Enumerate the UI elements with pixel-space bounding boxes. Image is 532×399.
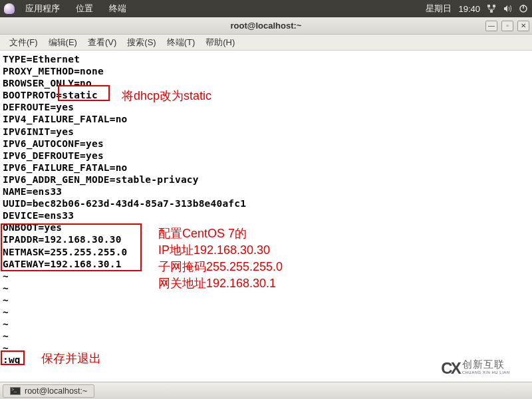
top-panel-left: 应用程序 位置 终端 (4, 3, 133, 15)
gnome-logo-icon (4, 3, 15, 14)
gnome-top-panel: 应用程序 位置 终端 星期日 19:40 (0, 0, 532, 17)
menu-terminal[interactable]: 终端(T) (162, 37, 201, 49)
watermark-logo-icon: CX (441, 359, 459, 378)
menu-view[interactable]: 查看(V) (82, 37, 122, 49)
taskbar-item-terminal[interactable]: root@localhost:~ (3, 384, 94, 398)
vim-tilde: ~ (3, 294, 529, 306)
bottom-taskbar: root@localhost:~ (0, 382, 532, 399)
taskbar-item-label: root@localhost:~ (25, 386, 87, 396)
menu-edit[interactable]: 编辑(E) (43, 37, 82, 49)
day-label: 星期日 (426, 3, 452, 15)
watermark-cn: 创新互联 (462, 360, 510, 368)
vim-tilde: ~ (3, 318, 529, 330)
clock-label: 19:40 (458, 4, 480, 14)
window-titlebar[interactable]: root@localhost:~ — ▫ ✕ (0, 17, 532, 35)
config-line: IPV6_ADDR_GEN_MODE=stable-privacy (3, 174, 529, 186)
config-line: IPV6_AUTOCONF=yes (3, 138, 529, 150)
window-title: root@localhost:~ (231, 21, 302, 31)
network-icon[interactable] (487, 4, 496, 13)
vim-tilde: ~ (3, 306, 529, 318)
annotation-box-wq (1, 350, 25, 365)
places-menu[interactable]: 位置 (69, 3, 100, 15)
config-line: UUID=bec82b06-623d-43d4-85a7-313b8e40afc… (3, 198, 529, 209)
config-line: TYPE=Ethernet (3, 53, 529, 65)
terminal-menu[interactable]: 终端 (102, 3, 133, 15)
annotation-text-network: 配置CentOS 7的 IP地址192.168.30.30 子网掩码255.25… (158, 225, 283, 292)
menu-help[interactable]: 帮助(H) (200, 37, 240, 49)
config-line: PROXY_METHOD=none (3, 65, 529, 77)
config-line: DEVICE=ens33 (3, 209, 529, 221)
svg-rect-0 (487, 5, 490, 7)
config-line: IPV6INIT=yes (3, 126, 529, 138)
config-line: DEFROUTE=yes (3, 101, 529, 113)
minimize-button[interactable]: — (485, 21, 497, 31)
terminal-icon (10, 387, 21, 395)
top-panel-right: 星期日 19:40 (426, 3, 528, 15)
config-line: IPV6_FAILURE_FATAL=no (3, 162, 529, 174)
annotation-text-wq: 保存并退出 (41, 350, 101, 367)
maximize-button[interactable]: ▫ (501, 21, 513, 31)
vim-tilde: ~ (3, 330, 529, 342)
config-line: IPV6_DEFROUTE=yes (3, 150, 529, 162)
watermark-py: CHUANG XIN HU LIAN (462, 368, 510, 376)
volume-icon[interactable] (503, 4, 512, 13)
menu-search[interactable]: 搜索(S) (122, 37, 161, 49)
watermark: CX 创新互联 CHUANG XIN HU LIAN (419, 355, 532, 382)
annotation-box-network (1, 223, 142, 271)
apps-menu[interactable]: 应用程序 (19, 3, 66, 15)
terminal-content[interactable]: TYPE=Ethernet PROXY_METHOD=none BROWSER_… (0, 51, 532, 368)
annotation-box-bootproto (58, 85, 110, 101)
config-line: NAME=ens33 (3, 186, 529, 198)
menu-file[interactable]: 文件(F) (4, 37, 43, 49)
close-button[interactable]: ✕ (517, 21, 529, 31)
annotation-text-bootproto: 将dhcp改为static (122, 88, 211, 104)
terminal-menubar: 文件(F) 编辑(E) 查看(V) 搜索(S) 终端(T) 帮助(H) (0, 35, 532, 51)
power-icon[interactable] (519, 4, 528, 13)
config-line: IPV4_FAILURE_FATAL=no (3, 113, 529, 125)
svg-rect-1 (493, 5, 495, 7)
